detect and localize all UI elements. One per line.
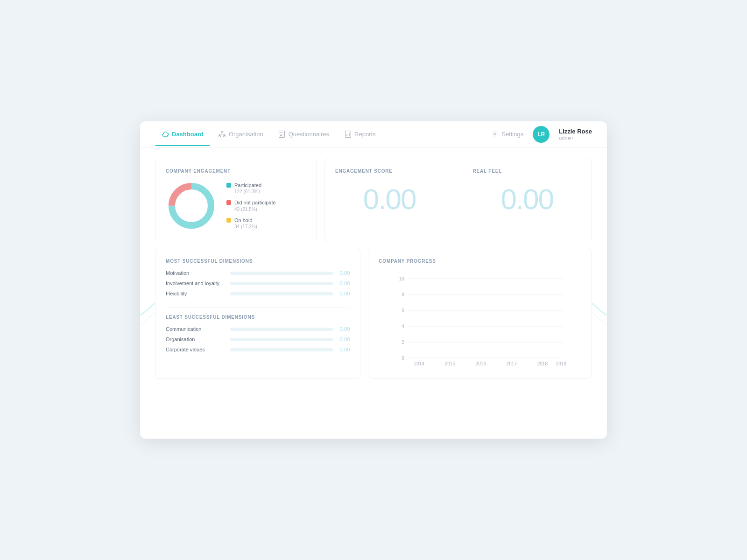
svg-text:2: 2 bbox=[402, 340, 405, 345]
legend-value-on-hold: 34 (17,2%) bbox=[234, 224, 257, 230]
main-content: COMPANY ENGAGEMENT bbox=[140, 147, 607, 401]
real-feel-value: 0.00 bbox=[472, 185, 581, 214]
company-progress-title: COMPANY PROGRESS bbox=[379, 259, 581, 264]
donut-chart bbox=[166, 180, 217, 231]
card-dimensions: MOST SUCCESSFUL DIMENSIONS Motivation 0.… bbox=[155, 249, 360, 379]
svg-text:0: 0 bbox=[402, 356, 405, 361]
nav-label-dashboard: Dashboard bbox=[172, 131, 204, 138]
svg-rect-1 bbox=[219, 136, 221, 137]
avatar-initials: LR bbox=[537, 131, 545, 138]
dim-label-communication: Communication bbox=[166, 326, 226, 332]
legend-dot-participated bbox=[226, 183, 231, 188]
settings-label: Settings bbox=[501, 131, 523, 138]
nav-item-dashboard[interactable]: Dashboard bbox=[155, 123, 210, 146]
progress-chart-svg: 10 8 6 4 2 bbox=[379, 274, 581, 367]
dim-value-communication: 0.00 bbox=[337, 326, 350, 332]
nav-item-reports[interactable]: Reports bbox=[338, 123, 382, 146]
svg-text:6: 6 bbox=[402, 308, 405, 313]
dim-value-motivation: 0.00 bbox=[337, 270, 350, 276]
legend-item-on-hold: On hold 34 (17,2%) bbox=[226, 217, 276, 230]
card-company-progress: COMPANY PROGRESS 10 8 6 bbox=[368, 249, 592, 379]
legend-item-participated: Participated 122 (61,3%) bbox=[226, 182, 276, 195]
card-company-engagement: COMPANY ENGAGEMENT bbox=[155, 159, 317, 241]
dim-value-involvement: 0.00 bbox=[337, 280, 350, 286]
company-engagement-title: COMPANY ENGAGEMENT bbox=[166, 168, 306, 174]
svg-rect-0 bbox=[221, 132, 223, 133]
legend-value-participated: 122 (61,3%) bbox=[234, 189, 261, 195]
svg-text:2018: 2018 bbox=[537, 361, 548, 366]
svg-text:4: 4 bbox=[402, 324, 405, 329]
card-engagement-score: ENGAGEMENT SCORE 0.00 bbox=[324, 159, 455, 241]
dim-row-motivation: Motivation 0.00 bbox=[166, 270, 350, 276]
nav-label-questionnaires: Questionnaires bbox=[289, 131, 329, 138]
nav-label-reports: Reports bbox=[354, 131, 376, 138]
settings-item[interactable]: Settings bbox=[491, 131, 523, 138]
app-window: Dashboard Organisation bbox=[140, 121, 607, 439]
legend-dot-on-hold bbox=[226, 218, 231, 223]
dim-value-organisation: 0.00 bbox=[337, 336, 350, 342]
svg-point-5 bbox=[494, 133, 496, 135]
row-2: MOST SUCCESSFUL DIMENSIONS Motivation 0.… bbox=[155, 249, 592, 379]
legend-value-not-participated: 43 (21,5%) bbox=[234, 206, 276, 212]
svg-text:2016: 2016 bbox=[476, 361, 486, 366]
user-name: Lizzie Rose bbox=[559, 128, 592, 135]
dim-row-organisation: Organisation 0.00 bbox=[166, 336, 350, 342]
dim-bar-wrap-organisation bbox=[230, 338, 333, 341]
dim-bar-wrap-involvement bbox=[230, 282, 333, 285]
card-real-feel: REAL FEEL 0.00 bbox=[462, 159, 592, 241]
legend-item-not-participated: Did not participate 43 (21,5%) bbox=[226, 199, 276, 212]
gear-icon bbox=[491, 131, 499, 138]
svg-text:2019: 2019 bbox=[556, 361, 567, 366]
dim-row-involvement: Involvement and loyalty 0.00 bbox=[166, 280, 350, 286]
svg-text:8: 8 bbox=[402, 292, 405, 297]
engagement-body: Participated 122 (61,3%) Did not partici… bbox=[166, 180, 306, 231]
least-successful-title: LEAST SUCCESSFUL DIMENSIONS bbox=[166, 315, 350, 320]
svg-text:10: 10 bbox=[399, 276, 405, 281]
nav-right: Settings LR Lizzie Rose admin bbox=[491, 126, 592, 143]
legend-label-on-hold: On hold bbox=[234, 217, 257, 224]
most-successful-title: MOST SUCCESSFUL DIMENSIONS bbox=[166, 259, 350, 264]
cloud-icon bbox=[162, 131, 169, 138]
dim-label-corporate: Corporate values bbox=[166, 347, 226, 352]
questionnaire-icon bbox=[278, 131, 286, 138]
dim-value-flexibility: 0.00 bbox=[337, 291, 350, 296]
dim-bar-wrap-corporate bbox=[230, 348, 333, 351]
nav-items: Dashboard Organisation bbox=[155, 123, 491, 146]
svg-rect-2 bbox=[224, 136, 226, 137]
chart-area: 10 8 6 4 2 bbox=[379, 274, 581, 369]
nav-item-questionnaires[interactable]: Questionnaires bbox=[272, 123, 336, 146]
dim-row-communication: Communication 0.00 bbox=[166, 326, 350, 332]
dim-bar-wrap-motivation bbox=[230, 272, 333, 275]
navigation: Dashboard Organisation bbox=[140, 121, 607, 147]
dim-label-motivation: Motivation bbox=[166, 270, 226, 276]
avatar[interactable]: LR bbox=[533, 126, 550, 143]
dim-bar-wrap-communication bbox=[230, 328, 333, 331]
dim-row-flexibility: Flexibility 0.00 bbox=[166, 291, 350, 296]
row-1: COMPANY ENGAGEMENT bbox=[155, 159, 592, 241]
dim-row-corporate: Corporate values 0.00 bbox=[166, 347, 350, 352]
nav-label-organisation: Organisation bbox=[229, 131, 263, 138]
real-feel-title: REAL FEEL bbox=[472, 168, 502, 174]
legend-label-not-participated: Did not participate bbox=[234, 199, 276, 206]
dim-label-involvement: Involvement and loyalty bbox=[166, 280, 226, 286]
dim-separator bbox=[166, 308, 350, 308]
nav-item-organisation[interactable]: Organisation bbox=[212, 123, 270, 146]
dim-bar-wrap-flexibility bbox=[230, 292, 333, 295]
legend-label-participated: Participated bbox=[234, 182, 261, 189]
engagement-score-value: 0.00 bbox=[335, 185, 444, 214]
dim-label-flexibility: Flexibility bbox=[166, 291, 226, 296]
donut-svg bbox=[166, 180, 217, 231]
org-icon bbox=[218, 131, 226, 138]
svg-text:2014: 2014 bbox=[414, 361, 425, 366]
reports-icon bbox=[344, 131, 352, 138]
svg-text:2015: 2015 bbox=[445, 361, 456, 366]
dim-value-corporate: 0.00 bbox=[337, 347, 350, 352]
svg-text:2017: 2017 bbox=[507, 361, 517, 366]
legend-dot-not-participated bbox=[226, 200, 231, 205]
engagement-score-title: ENGAGEMENT SCORE bbox=[335, 168, 393, 174]
user-role: admin bbox=[559, 135, 592, 140]
legend: Participated 122 (61,3%) Did not partici… bbox=[226, 182, 276, 230]
user-info: Lizzie Rose admin bbox=[559, 128, 592, 141]
dim-label-organisation: Organisation bbox=[166, 336, 226, 342]
